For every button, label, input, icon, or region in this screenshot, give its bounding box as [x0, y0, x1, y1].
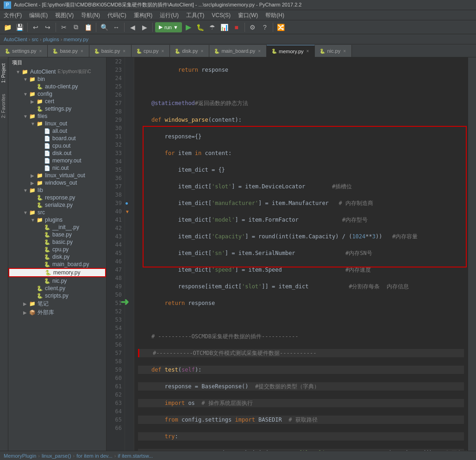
tree-external[interactable]: ▶ 📦 外部库	[8, 308, 106, 317]
tab-cpu[interactable]: 🐍 cpu.py ×	[132, 45, 170, 57]
code-area[interactable]: 22 23 24 25 26 27 28 29 30 31 32 33 34 3…	[106, 57, 468, 451]
tree-windows-out[interactable]: ▶ 📁 windows_out	[8, 179, 106, 186]
sdk-button[interactable]: ⚙	[247, 22, 258, 33]
tree-nic-py[interactable]: 🐍 nic.py	[8, 277, 106, 285]
bottom-nav-for-item[interactable]: for item in dev...	[76, 453, 112, 459]
tab-memory[interactable]: 🐍 memory.py ×	[267, 45, 315, 57]
tree-arrow-src: ▼	[23, 210, 29, 215]
tree-response-py[interactable]: 🐍 response.py	[8, 194, 106, 201]
toolbar-replace[interactable]: ↔	[111, 22, 122, 33]
tab-basic[interactable]: 🐍 basic.py ×	[89, 45, 132, 57]
tab-close-basic[interactable]: ×	[122, 48, 126, 54]
editor[interactable]: 22 23 24 25 26 27 28 29 30 31 32 33 34 3…	[106, 57, 468, 451]
tree-client-py[interactable]: 🐍 client.py	[8, 285, 106, 292]
tree-lib[interactable]: ▼ 📁 lib	[8, 186, 106, 194]
tree-settings-py[interactable]: 🐍 settings.py	[8, 105, 106, 112]
tab-base[interactable]: 🐍 base.py ×	[48, 45, 89, 57]
run-button[interactable]: ▶	[183, 22, 194, 33]
breadcrumb-file[interactable]: memory.py	[63, 37, 88, 42]
menu-nav[interactable]: 导航(N)	[77, 10, 104, 20]
tree-cpu-py[interactable]: 🐍 cpu.py	[8, 246, 106, 253]
run-config-selector[interactable]: ▶ run ▼	[155, 22, 182, 32]
menu-window[interactable]: 窗口(W)	[234, 10, 262, 20]
toolbar-cut[interactable]: ✂	[58, 22, 69, 33]
tab-close-disk[interactable]: ×	[200, 48, 205, 54]
toolbar-open[interactable]: 📁	[2, 22, 13, 33]
linenum-47: 47	[106, 266, 125, 274]
code-line-39: #-----------OTCMDB文件模式测试采集硬件数据----------…	[138, 349, 464, 357]
debug-button[interactable]: 🐛	[195, 22, 206, 33]
tree-src[interactable]: ▼ 📁 src	[8, 209, 106, 216]
tree-init-py[interactable]: 🐍 __init__.py	[8, 224, 106, 231]
menu-code[interactable]: 代码(C)	[104, 10, 130, 20]
tree-linux-virt[interactable]: ▶ 📁 linux_virtual_out	[8, 172, 106, 179]
toolbar-save[interactable]: 💾	[14, 22, 25, 33]
tree-cert[interactable]: ▶ 📁 cert	[8, 98, 106, 105]
toolbar-redo[interactable]: ↪	[42, 22, 53, 33]
tree-linux-out[interactable]: ▼ 📁 linux_out	[8, 120, 106, 127]
tab-close-nic[interactable]: ×	[342, 48, 347, 54]
tree-serialize-py[interactable]: 🐍 serialize.py	[8, 201, 106, 209]
tree-disk-out[interactable]: 📄 disk.out	[8, 149, 106, 157]
linenum-31: 31	[106, 132, 125, 141]
coverage-button[interactable]: ☂	[207, 22, 218, 33]
tree-basic-py[interactable]: 🐍 basic.py	[8, 238, 106, 246]
bottom-nav-plugin[interactable]: MemoryPlugin	[4, 453, 36, 459]
tab-close-base[interactable]: ×	[80, 48, 84, 54]
toolbar-copy[interactable]: ⧉	[70, 22, 81, 33]
tree-root[interactable]: ▼ 📁 AutoClient E:\python项目\C	[8, 68, 106, 75]
menu-edit[interactable]: 编辑(E)	[25, 10, 51, 20]
code-content[interactable]: return response @staticmethod#返回函数的静态方法 …	[134, 57, 468, 451]
toolbar-paste[interactable]: 📋	[82, 22, 94, 33]
menu-help[interactable]: 帮助(H)	[262, 10, 288, 20]
toolbar-undo[interactable]: ↩	[30, 22, 41, 33]
toolbar-sep7	[273, 23, 273, 32]
tree-base-py[interactable]: 🐍 base.py	[8, 231, 106, 238]
tree-bin[interactable]: ▼ 📁 bin	[8, 75, 106, 83]
menu-refactor[interactable]: 重构(R)	[130, 10, 157, 20]
tab-label-memory: memory.py	[279, 49, 304, 54]
tab-disk[interactable]: 🐍 disk.py ×	[170, 45, 209, 57]
tree-nic-out[interactable]: 📄 nic.out	[8, 164, 106, 172]
tab-main-board[interactable]: 🐍 main_board.py ×	[209, 45, 267, 57]
tree-memory-py[interactable]: 🐍 memory.py	[8, 268, 106, 277]
tree-files[interactable]: ▼ 📁 files	[8, 112, 106, 120]
vcs-button[interactable]: 🔀	[276, 22, 287, 33]
tree-plugins[interactable]: ▼ 📁 plugins	[8, 216, 106, 224]
toolbar-find[interactable]: 🔍	[99, 22, 110, 33]
menu-file[interactable]: 文件(F)	[0, 10, 25, 20]
tree-all-out[interactable]: 📄 all.out	[8, 127, 106, 135]
tree-auto-client[interactable]: 🐍 auto-client.py	[8, 83, 106, 90]
menu-run[interactable]: 运行(U)	[156, 10, 182, 20]
tree-memory-out[interactable]: 📄 memory.out	[8, 157, 106, 164]
help-button[interactable]: ?	[259, 22, 270, 33]
profile-button[interactable]: 📊	[219, 22, 230, 33]
bottom-nav-linux-parse[interactable]: linux_parse()	[42, 453, 71, 459]
tree-scripts-py[interactable]: 🐍 scripts.py	[8, 292, 106, 299]
breadcrumb-root[interactable]: AutoClient	[4, 37, 27, 42]
tree-notes[interactable]: ▶ 📁 笔记	[8, 299, 106, 308]
tab-close-settings[interactable]: ×	[38, 48, 43, 54]
tab-close-main-board[interactable]: ×	[257, 48, 262, 54]
project-panel-tab[interactable]: 1: Project	[0, 57, 8, 88]
tree-main-board-py[interactable]: 🐍 main_board.py	[8, 261, 106, 268]
breadcrumb-src[interactable]: src	[31, 37, 38, 42]
favorites-panel-tab[interactable]: 2: Favorites	[0, 88, 8, 124]
menu-vcs[interactable]: VCS(S)	[208, 10, 234, 20]
breadcrumb-plugins[interactable]: plugins	[43, 37, 59, 42]
tree-board-out[interactable]: 📄 board.out	[8, 135, 106, 142]
tab-close-memory[interactable]: ×	[306, 48, 310, 54]
bottom-nav-if-item[interactable]: if item.startsw...	[118, 453, 153, 459]
tab-close-cpu[interactable]: ×	[160, 48, 165, 54]
toolbar-back[interactable]: ◀	[127, 22, 138, 33]
tab-settings[interactable]: 🐍 settings.py ×	[0, 45, 48, 57]
menu-view[interactable]: 视图(V)	[51, 10, 77, 20]
stop-button[interactable]: ■	[231, 22, 242, 33]
breadcrumb: AutoClient › src › plugins › memory.py	[0, 34, 476, 44]
tree-config[interactable]: ▼ 📁 config	[8, 90, 106, 98]
tree-cpu-out[interactable]: 📄 cpu.out	[8, 142, 106, 149]
tab-nic[interactable]: 🐍 nic.py ×	[315, 45, 352, 57]
toolbar-forward[interactable]: ▶	[139, 22, 150, 33]
tree-disk-py[interactable]: 🐍 disk.py	[8, 253, 106, 261]
menu-tools[interactable]: 工具(T)	[182, 10, 208, 20]
